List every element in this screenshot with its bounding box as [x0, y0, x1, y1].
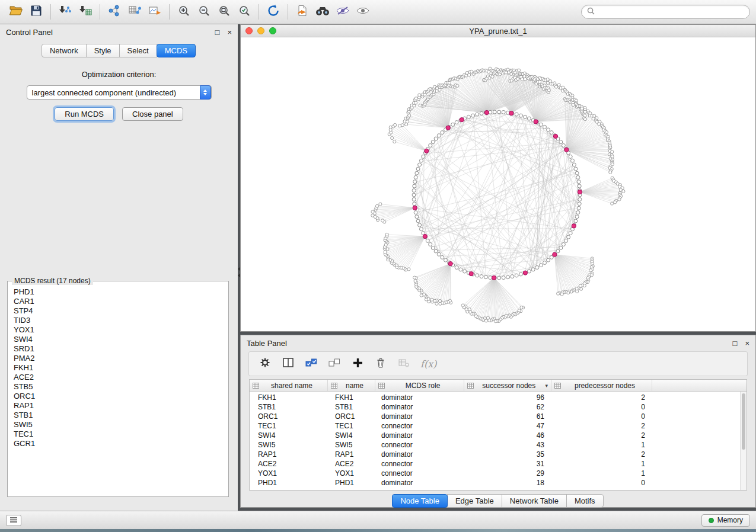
list-item[interactable]: TEC1	[9, 430, 227, 439]
network-table-button[interactable]	[125, 2, 145, 21]
search-input[interactable]	[598, 8, 744, 17]
cell-successor_nodes[interactable]: 29	[464, 469, 551, 477]
deselect-all-button[interactable]	[326, 355, 343, 372]
zoom-out-button[interactable]	[194, 2, 214, 21]
maximize-window-icon[interactable]	[269, 27, 276, 34]
cell-name[interactable]: ORC1	[328, 412, 375, 421]
cell-mcds_role[interactable]: connector	[375, 469, 464, 477]
cell-predecessor_nodes[interactable]: 2	[551, 422, 652, 430]
run-mcds-button[interactable]: Run MCDS	[55, 107, 114, 121]
cell-successor_nodes[interactable]: 61	[464, 412, 551, 421]
close-panel-button[interactable]: Close panel	[122, 107, 183, 121]
column-header-successor-nodes[interactable]: successor nodes▾	[464, 380, 551, 391]
cell-predecessor_nodes[interactable]: 2	[551, 431, 652, 440]
list-item[interactable]: SWI4	[9, 335, 227, 344]
table-settings-button[interactable]	[256, 355, 274, 372]
cell-predecessor_nodes[interactable]: 0	[551, 403, 652, 411]
cell-mcds_role[interactable]: dominator	[375, 393, 464, 402]
zoom-fit-button[interactable]	[214, 2, 234, 21]
cell-predecessor_nodes[interactable]: 2	[551, 450, 652, 459]
show-all-button[interactable]	[353, 2, 373, 21]
apply-layout-button[interactable]	[263, 2, 283, 21]
task-history-button[interactable]	[6, 515, 21, 526]
cell-shared_name[interactable]: SWI4	[250, 431, 328, 440]
export-document-button[interactable]	[292, 2, 312, 21]
hide-selected-button[interactable]	[333, 2, 353, 21]
cell-name[interactable]: STB1	[328, 403, 375, 411]
scrollbar-thumb[interactable]	[742, 393, 745, 450]
tab-node-table[interactable]: Node Table	[392, 494, 448, 508]
cell-successor_nodes[interactable]: 35	[464, 450, 551, 459]
delete-column-button[interactable]	[372, 355, 390, 372]
list-item[interactable]: STP4	[9, 306, 227, 316]
export-image-button[interactable]	[145, 2, 165, 21]
cell-name[interactable]: PHD1	[328, 479, 375, 487]
cell-predecessor_nodes[interactable]: 1	[551, 460, 652, 468]
cell-mcds_role[interactable]: dominator	[375, 450, 464, 459]
table-row[interactable]: FKH1FKH1dominator962	[250, 393, 747, 402]
list-item[interactable]: GCR1	[9, 439, 227, 448]
save-session-button[interactable]	[26, 2, 46, 21]
list-item[interactable]: FKH1	[9, 363, 227, 373]
cell-predecessor_nodes[interactable]: 1	[551, 441, 652, 449]
table-row[interactable]: PHD1PHD1dominator180	[250, 478, 747, 488]
cell-predecessor_nodes[interactable]: 2	[551, 393, 652, 402]
criterion-dropdown[interactable]: largest connected component (undirected)	[27, 85, 212, 100]
close-panel-icon[interactable]: ×	[227, 28, 232, 37]
tab-style[interactable]: Style	[86, 44, 120, 57]
list-item[interactable]: STB1	[9, 411, 227, 420]
import-network-button[interactable]	[55, 2, 75, 21]
tab-motifs[interactable]: Motifs	[566, 494, 604, 508]
table-row[interactable]: ACE2ACE2connector311	[250, 459, 747, 469]
zoom-in-button[interactable]	[174, 2, 194, 21]
cell-shared_name[interactable]: RAP1	[250, 450, 328, 459]
cell-name[interactable]: SWI4	[328, 431, 375, 440]
tab-network-table[interactable]: Network Table	[502, 494, 567, 508]
list-item[interactable]: ORC1	[9, 392, 227, 401]
cell-shared_name[interactable]: SWI5	[250, 441, 328, 449]
list-item[interactable]: CAR1	[9, 297, 227, 306]
cell-name[interactable]: TEC1	[328, 422, 375, 430]
tab-network[interactable]: Network	[42, 44, 87, 57]
cell-name[interactable]: RAP1	[328, 450, 375, 459]
cell-shared_name[interactable]: TEC1	[250, 422, 328, 430]
cell-predecessor_nodes[interactable]: 0	[551, 412, 652, 421]
cell-successor_nodes[interactable]: 62	[464, 403, 551, 411]
cell-name[interactable]: SWI5	[328, 441, 375, 449]
tab-select[interactable]: Select	[119, 44, 157, 57]
float-panel-icon[interactable]: □	[733, 339, 738, 348]
cell-successor_nodes[interactable]: 43	[464, 441, 551, 449]
show-columns-button[interactable]	[279, 355, 297, 372]
table-row[interactable]: RAP1RAP1dominator352	[250, 450, 747, 459]
close-window-icon[interactable]	[245, 27, 253, 34]
cell-mcds_role[interactable]: connector	[375, 441, 464, 449]
cell-name[interactable]: ACE2	[328, 460, 375, 468]
cell-successor_nodes[interactable]: 46	[464, 431, 551, 440]
table-scrollbar[interactable]	[740, 392, 747, 490]
sort-chevron-icon[interactable]: ▾	[545, 383, 548, 389]
cell-predecessor_nodes[interactable]: 1	[551, 469, 652, 477]
table-row[interactable]: ORC1ORC1dominator610	[250, 412, 747, 421]
list-item[interactable]: PHD1	[9, 287, 227, 297]
list-item[interactable]: ACE2	[9, 373, 227, 382]
tab-edge-table[interactable]: Edge Table	[447, 494, 502, 508]
cell-mcds_role[interactable]: dominator	[375, 479, 464, 487]
cell-mcds_role[interactable]: dominator	[375, 403, 464, 411]
cell-name[interactable]: YOX1	[328, 469, 375, 477]
list-item[interactable]: YOX1	[9, 325, 227, 335]
column-header-name[interactable]: name	[328, 380, 375, 391]
list-item[interactable]: SRD1	[9, 344, 227, 354]
cell-mcds_role[interactable]: connector	[375, 460, 464, 468]
network-canvas[interactable]	[241, 37, 755, 331]
list-item[interactable]: RAP1	[9, 401, 227, 411]
cell-shared_name[interactable]: YOX1	[250, 469, 328, 477]
table-row[interactable]: SWI5SWI5connector431	[250, 440, 747, 450]
cell-predecessor_nodes[interactable]: 0	[551, 479, 652, 487]
cell-shared_name[interactable]: ACE2	[250, 460, 328, 468]
list-item[interactable]: STB5	[9, 382, 227, 392]
column-header-shared-name[interactable]: shared name	[250, 380, 328, 391]
cell-successor_nodes[interactable]: 18	[464, 479, 551, 487]
cell-successor_nodes[interactable]: 96	[464, 393, 551, 402]
create-column-button[interactable]	[349, 355, 366, 372]
cell-mcds_role[interactable]: connector	[375, 422, 464, 430]
